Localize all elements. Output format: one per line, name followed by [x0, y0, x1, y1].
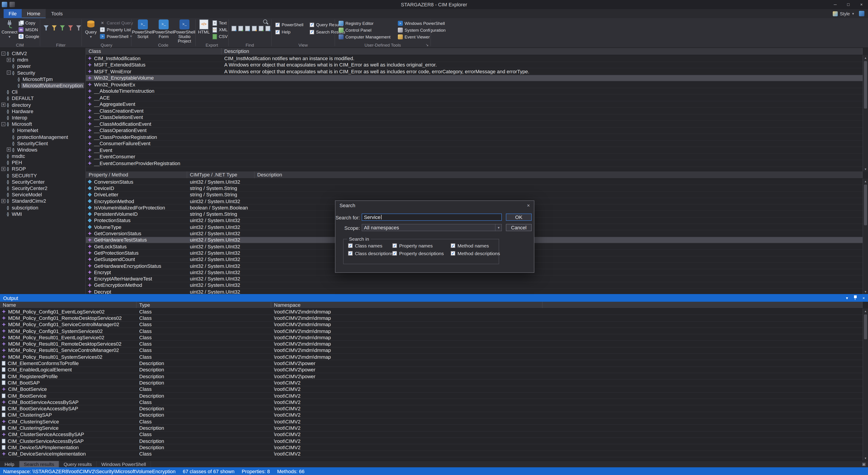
class-row-eventconsumer[interactable]: __EventConsumer	[86, 154, 863, 160]
output-row-cim-bootsap-description[interactable]: CIM_BootSAPDescription\root\CIMV2	[0, 380, 863, 386]
column-header-cimtype[interactable]: CIMType / .NET Type	[187, 172, 254, 178]
property-row-conversionstatus[interactable]: ConversionStatusuint32 / System.UInt32	[86, 179, 863, 185]
panel-options-icon[interactable]: ▣	[862, 461, 868, 467]
panel-tab-search-results[interactable]: Search results	[19, 461, 59, 467]
msdn-button[interactable]: mMSDN	[19, 27, 39, 33]
search-icon[interactable]	[263, 20, 267, 24]
close-icon[interactable]: ×	[862, 296, 865, 300]
search-in-property-descriptions-checkbox[interactable]: ✓Property descriptions	[393, 250, 444, 256]
find-option-icon-5[interactable]	[258, 26, 264, 31]
class-row-ace[interactable]: __ACE	[86, 94, 863, 101]
tree-item-security[interactable]: -{}Security	[0, 69, 86, 76]
minimize-button[interactable]: ─	[829, 0, 842, 9]
tree-item-cimv2[interactable]: -{}CIMV2	[0, 50, 86, 57]
collapse-icon[interactable]: -	[7, 70, 11, 75]
expand-icon[interactable]: +	[1, 199, 5, 203]
output-row-mdm-policy-config01-eventlogservice02-class[interactable]: MDM_Policy_Config01_EventLogService02Cla…	[0, 308, 863, 315]
scroll-down-icon[interactable]: ▼	[863, 167, 868, 172]
output-row-mdm-policy-config01-remotedesktopservices02-class[interactable]: MDM_Policy_Config01_RemoteDesktopService…	[0, 315, 863, 322]
style-picker[interactable]: Style ▾	[833, 9, 868, 18]
method-row-decrypt[interactable]: Decryptuint32 / System.UInt32	[86, 289, 863, 294]
titlebar[interactable]: STARGAZER8 - CIM Explorer ─ □ ×	[0, 0, 868, 9]
output-row-cim-clusterserviceaccessbysap-class[interactable]: CIM_ClusterServiceAccessBySAPClass\root\…	[0, 432, 863, 438]
column-header-namespace[interactable]: Namespace	[271, 302, 542, 308]
expand-icon[interactable]: +	[1, 167, 5, 171]
tree-item-protectionmanagement[interactable]: {}protectionManagement	[0, 134, 86, 140]
tree-item-rsop[interactable]: +{}RSOP	[0, 166, 86, 172]
output-row-cim-deviceserviceimplementation-class[interactable]: CIM_DeviceServiceImplementationClass\roo…	[0, 451, 863, 457]
class-row-eventconsumerproviderregistration[interactable]: __EventConsumerProviderRegistration	[86, 160, 863, 167]
scroll-down-icon[interactable]: ▼	[863, 455, 868, 461]
close-button[interactable]: ×	[855, 0, 868, 9]
property-list-scrollbar[interactable]: ▲ ▼	[863, 179, 868, 294]
search-in-class-names-checkbox[interactable]: ✓Class names	[348, 243, 382, 248]
class-row-classoperationevent[interactable]: __ClassOperationEvent	[86, 127, 863, 134]
column-header-property-method[interactable]: Property / Method	[86, 172, 187, 178]
class-row-msft-wmierror[interactable]: MSFT_WmiErrorA Windows error object that…	[86, 68, 863, 75]
output-row-cim-bootserviceaccessbysap-description[interactable]: CIM_BootServiceAccessBySAPDescription\ro…	[0, 406, 863, 412]
apply-filter-icon[interactable]	[60, 25, 65, 31]
scroll-up-icon[interactable]: ▲	[863, 179, 868, 184]
find-option-icon-6[interactable]	[266, 26, 270, 31]
ok-button[interactable]: OK	[506, 213, 532, 221]
output-row-mdm-policy-result01-servicecontrolmanager02-class[interactable]: MDM_Policy_Result01_ServiceControlManage…	[0, 348, 863, 354]
windows-powershell-button[interactable]: Windows PowerShell	[398, 20, 446, 26]
layout-icon[interactable]	[859, 11, 864, 16]
scrollbar-thumb[interactable]	[864, 61, 867, 109]
output-menu-icon[interactable]: ▾	[846, 296, 848, 300]
class-row-event[interactable]: __Event	[86, 147, 863, 154]
copy-button[interactable]: Copy	[19, 20, 39, 26]
output-row-mdm-policy-config01-servicecontrolmanager02-class[interactable]: MDM_Policy_Config01_ServiceControlManage…	[0, 321, 863, 328]
output-row-mdm-policy-result01-systemservices02-class[interactable]: MDM_Policy_Result01_SystemServices02Clas…	[0, 354, 863, 360]
tree-item-interop[interactable]: {}Interop	[0, 115, 86, 121]
search-in-class-descriptions-checkbox[interactable]: ✓Class descriptions	[348, 250, 393, 256]
output-row-cim-clusteringservice-class[interactable]: CIM_ClusteringServiceClass\root\CIMV2	[0, 418, 863, 425]
tree-item-securityclient[interactable]: {}SecurityClient	[0, 140, 86, 146]
tree-item-power[interactable]: {}power	[0, 63, 86, 69]
edit-filter-icon[interactable]	[52, 25, 57, 31]
column-header-name[interactable]: Name	[0, 302, 136, 308]
connect-button[interactable]: Connect ▾	[2, 20, 17, 39]
output-row-cim-bootserviceaccessbysap-class[interactable]: CIM_BootServiceAccessBySAPClass\root\CIM…	[0, 399, 863, 406]
scroll-down-icon[interactable]: ▼	[863, 289, 868, 294]
system-configuration-button[interactable]: System Configuration	[398, 27, 446, 33]
powershell-studio-project-button[interactable]: >_PowerShell Studio Project	[174, 20, 195, 43]
collapse-icon[interactable]: -	[1, 122, 5, 126]
search-in-property-names-checkbox[interactable]: ✓Property names	[393, 243, 433, 248]
tree-item-microsoft[interactable]: -{}Microsoft	[0, 121, 86, 127]
export-xml-button[interactable]: <>XML	[213, 27, 228, 33]
search-in-method-descriptions-checkbox[interactable]: ✓Method descriptions	[451, 250, 500, 256]
query-button[interactable]: Query ▾	[83, 20, 98, 39]
export-csv-button[interactable]: CSV	[213, 33, 228, 39]
tab-tools[interactable]: Tools	[46, 9, 68, 18]
class-list-scrollbar[interactable]: ▲ ▼	[863, 55, 868, 172]
tree-item-windows[interactable]: +{}Windows	[0, 147, 86, 153]
find-option-icon-4[interactable]	[252, 26, 257, 31]
search-input[interactable]: Service	[362, 213, 502, 221]
find-option-icon-1[interactable]	[231, 26, 237, 31]
tree-item-default[interactable]: {}DEFAULT	[0, 95, 86, 101]
output-row-cim-clusterserviceaccessbysap-description[interactable]: CIM_ClusterServiceAccessBySAPDescription…	[0, 438, 863, 444]
tree-item-wmi[interactable]: {}WMI	[0, 211, 86, 217]
expand-icon[interactable]: +	[7, 58, 11, 62]
column-header-description[interactable]: Description	[221, 48, 863, 55]
expand-icon[interactable]: +	[7, 148, 11, 152]
control-panel-button[interactable]: Control Panel	[339, 27, 391, 33]
window-menu-icon[interactable]	[9, 2, 15, 7]
panel-tab-help[interactable]: Help	[0, 461, 19, 467]
tab-file[interactable]: File	[4, 9, 22, 18]
output-row-cim-bootservice-description[interactable]: CIM_BootServiceDescription\root\CIMV2	[0, 393, 863, 399]
scrollbar-thumb[interactable]	[864, 315, 867, 339]
class-row-classcreationevent[interactable]: __ClassCreationEvent	[86, 108, 863, 114]
output-row-mdm-policy-result01-remotedesktopservices02-class[interactable]: MDM_Policy_Result01_RemoteDesktopService…	[0, 341, 863, 348]
new-filter-icon[interactable]	[43, 25, 49, 31]
class-row-classdeletionevent[interactable]: __ClassDeletionEvent	[86, 114, 863, 121]
powershell-form-button[interactable]: >_PowerShell Form	[153, 20, 174, 43]
registry-editor-button[interactable]: Registry Editor	[339, 20, 391, 26]
cancel-button[interactable]: Cancel	[506, 224, 532, 231]
tree-item-standardcimv2[interactable]: +{}StandardCimv2	[0, 198, 86, 204]
tree-item-securitycenter2[interactable]: {}SecurityCenter2	[0, 185, 86, 191]
search-in-method-names-checkbox[interactable]: ✓Method names	[451, 243, 489, 248]
output-row-cim-devicesapimplementation-description[interactable]: CIM_DeviceSAPImplementationDescription\r…	[0, 444, 863, 451]
powershell-button[interactable]: >PowerShell▾	[100, 33, 133, 39]
